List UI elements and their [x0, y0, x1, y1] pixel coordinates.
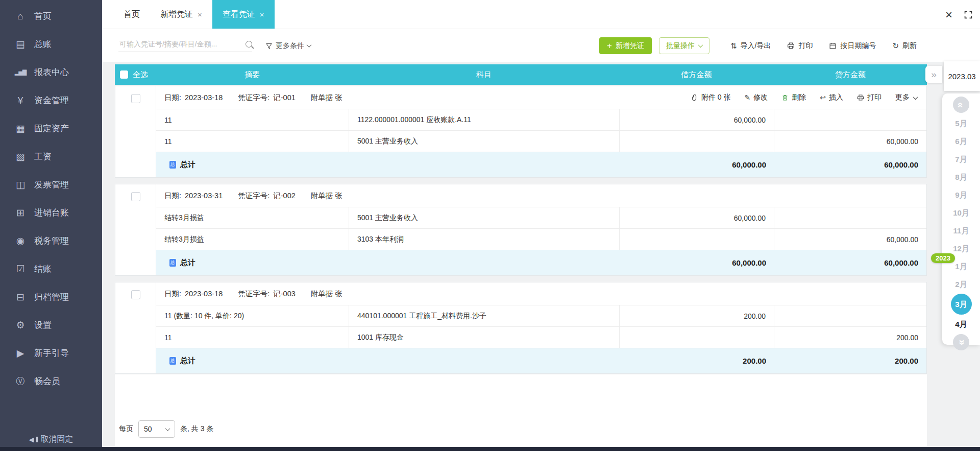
sidebar-item-label: 总账 [34, 38, 52, 50]
entry-debit [620, 327, 774, 348]
search-input[interactable] [118, 39, 240, 49]
import-export-button[interactable]: ⇅ 导入/导出 [726, 41, 775, 51]
table-footer-panel: 每页 50 条, 共 3 条 [115, 374, 927, 446]
sidebar-item[interactable]: ¥ 资金管理 [0, 86, 102, 114]
row-action-button[interactable]: ✎ ↩ 插入 [820, 93, 843, 102]
month-item[interactable]: 11月 [950, 222, 972, 240]
voucher-entry-row[interactable]: 11 (数量: 10 件, 单价: 20) 440101.000001 工程施工… [156, 305, 926, 326]
per-page-label: 每页 [119, 424, 133, 434]
entry-debit: 200.00 [620, 305, 774, 326]
tab-close-icon[interactable]: × [260, 10, 264, 19]
row-checkbox[interactable] [131, 290, 140, 299]
tab[interactable]: 首页 [113, 0, 150, 29]
sidebar-item[interactable]: ☑ 结账 [0, 255, 102, 283]
row-action-button[interactable]: ✎ ↩ 修改 [745, 93, 768, 102]
month-item[interactable]: 9月 [950, 186, 972, 204]
month-item[interactable]: 10月 [950, 204, 972, 222]
sidebar-item-icon: ▶ [14, 347, 27, 359]
sidebar-item[interactable]: Ⓥ 畅会员 [0, 367, 102, 395]
scroll-down-button[interactable]: « [953, 334, 969, 350]
month-item[interactable]: 8月 [950, 168, 972, 186]
add-voucher-button[interactable]: + 新增凭证 [599, 37, 652, 54]
month-item[interactable]: 7月 [950, 150, 972, 168]
voucher-header-row[interactable]: 日期:2023-03-18凭证字号:记-001附单据 张 ✎ ↩ [156, 86, 926, 109]
entry-debit [620, 229, 774, 250]
total-icon: 总 [169, 161, 176, 169]
row-action-label: 更多 [895, 93, 910, 102]
sidebar-menu: ⌂ 首页 ▤ 总账 ▂▅▇ 报表中心 ¥ 资金管理 [0, 0, 102, 395]
month-item[interactable]: 3月 [951, 294, 972, 315]
voucher-entry-row[interactable]: 11 5001 主营业务收入 60,000.00 [156, 130, 926, 152]
import-export-label: 导入/导出 [741, 41, 771, 51]
more-filters-button[interactable]: 更多条件 [265, 41, 311, 51]
search-icon[interactable] [246, 41, 252, 48]
tab[interactable]: 新增凭证 × [150, 0, 212, 29]
voucher-entry-row[interactable]: 11 1122.000001.000001 应收账款.A.11 60,000.0… [156, 109, 926, 130]
voucher-meta: 日期:2023-03-18凭证字号:记-001附单据 张 [164, 93, 342, 103]
sidebar-item-icon: ◫ [14, 179, 27, 191]
sidebar-item[interactable]: ▧ 工资 [0, 143, 102, 171]
entry-credit: 60,000.00 [774, 229, 926, 250]
month-item[interactable]: 2月 [950, 275, 972, 293]
voucher-entry-row[interactable]: 11 1001 库存现金 200.00 [156, 326, 926, 348]
bottom-edge-bar [0, 447, 980, 451]
entry-debit: 60,000.00 [620, 207, 774, 228]
voucher-group-body: 日期:2023-03-18凭证字号:记-001附单据 张 ✎ ↩ [156, 86, 926, 177]
sidebar-item[interactable]: ▶ 新手引导 [0, 339, 102, 367]
voucher-header-row[interactable]: 日期:2023-03-18凭证字号:记-003附单据 张 [156, 282, 926, 305]
sidebar-item[interactable]: ◫ 发票管理 [0, 171, 102, 199]
tab[interactable]: 查看凭证 × [212, 0, 275, 29]
month-item[interactable]: 6月 [950, 132, 972, 150]
number-by-date-button[interactable]: 按日期编号 [824, 41, 880, 51]
sidebar-item[interactable]: ▤ 总账 [0, 30, 102, 58]
chevron-down-icon [165, 426, 170, 431]
close-icon[interactable]: × [945, 9, 952, 21]
sidebar-item[interactable]: ⊞ 进销台账 [0, 199, 102, 227]
voucher-entry-row[interactable]: 结转3月损益 5001 主营业务收入 60,000.00 [156, 207, 926, 228]
fullscreen-icon[interactable] [964, 10, 973, 19]
voucher-entry-row[interactable]: 结转3月损益 3103 本年利润 60,000.00 [156, 228, 926, 250]
row-checkbox[interactable] [131, 94, 140, 103]
per-page-select[interactable]: 50 [138, 420, 175, 438]
total-credit: 60,000.00 [774, 160, 926, 169]
sidebar-item[interactable]: ◉ 税务管理 [0, 227, 102, 255]
row-action-button[interactable]: ✎ ↩ 更多 [895, 93, 917, 102]
sidebar-item[interactable]: ⚙ 设置 [0, 311, 102, 339]
pin-bar-icon [36, 437, 38, 442]
total-label: 总计 [180, 356, 195, 366]
entry-account: 1122.000001.000001 应收账款.A.11 [349, 109, 620, 130]
unpin-sidebar-button[interactable]: ◀ 取消固定 [0, 434, 102, 445]
sidebar-item[interactable]: ⌂ 首页 [0, 2, 102, 30]
batch-actions-button[interactable]: 批量操作 [659, 37, 709, 54]
voucher-table: 全选 摘要 科目 借方金额 贷方金额 日期:2023-03-18凭证字号:记-0… [115, 64, 927, 446]
refresh-button[interactable]: ↻ 刷新 [888, 41, 921, 51]
row-checkbox[interactable] [131, 192, 140, 201]
number-by-date-label: 按日期编号 [840, 41, 876, 51]
voucher-group-body: 日期:2023-03-31凭证字号:记-002附单据 张 结转3月损益 5001… [156, 184, 926, 275]
entry-summary: 结转3月损益 [156, 229, 349, 250]
sidebar-item-label: 税务管理 [34, 235, 69, 247]
voucher-header-row[interactable]: 日期:2023-03-31凭证字号:记-002附单据 张 [156, 184, 926, 207]
voucher-no: 记-002 [273, 191, 296, 201]
scroll-up-button[interactable]: « [953, 97, 969, 113]
month-item[interactable]: 5月 [950, 114, 972, 132]
attachment-note: 附单据 张 [311, 93, 342, 103]
tab-close-icon[interactable]: × [198, 10, 202, 19]
month-item[interactable]: 4月 [950, 315, 972, 333]
row-action-button[interactable]: ✎ ↩ 删除 [781, 93, 806, 102]
sidebar-item[interactable]: ▂▅▇ 报表中心 [0, 58, 102, 86]
edit-icon: ✎ [745, 94, 751, 101]
sidebar-item[interactable]: ▦ 固定资产 [0, 114, 102, 143]
select-all-label: 全选 [133, 70, 148, 80]
sidebar-item[interactable]: ⊟ 归档管理 [0, 283, 102, 311]
select-all-checkbox[interactable] [120, 70, 128, 79]
column-header-debit: 借方金额 [619, 70, 774, 80]
row-action-button[interactable]: ✎ ↩ 打印 [857, 93, 881, 102]
total-debit: 200.00 [620, 357, 774, 365]
print-label: 打印 [798, 41, 813, 51]
print-button[interactable]: 打印 [782, 41, 817, 51]
batch-actions-label: 批量操作 [666, 41, 695, 51]
collapse-month-rail-button[interactable]: » [925, 66, 942, 83]
row-action-button[interactable]: ✎ ↩ 附件 0 张 [691, 93, 731, 102]
row-select-gutter [115, 282, 156, 373]
